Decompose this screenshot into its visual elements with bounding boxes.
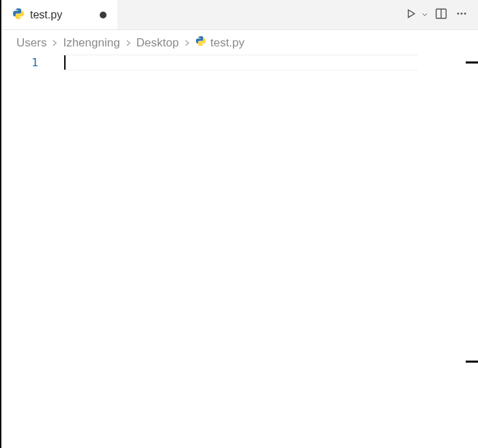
tab-bar: test.py [1, 0, 478, 30]
play-icon [406, 8, 417, 21]
editor-toolbar [403, 5, 478, 25]
chevron-right-icon [183, 39, 191, 47]
line-gutter: 1 [1, 53, 61, 448]
breadcrumb-filename: test.py [210, 36, 244, 50]
chevron-right-icon [124, 39, 132, 47]
breadcrumb-segment[interactable]: Desktop [137, 36, 179, 50]
run-button[interactable] [403, 5, 419, 25]
run-dropdown-button[interactable] [419, 5, 430, 25]
breadcrumb-file[interactable]: test.py [195, 36, 244, 50]
svg-point-2 [457, 13, 459, 15]
unsaved-indicator-icon [100, 12, 107, 18]
python-file-icon [195, 36, 206, 50]
minimap[interactable] [466, 52, 478, 434]
svg-point-3 [461, 13, 463, 15]
chevron-right-icon [51, 39, 59, 47]
breadcrumb-segment[interactable]: Izhengning [63, 36, 120, 50]
split-editor-icon [435, 8, 447, 22]
text-cursor [64, 55, 66, 70]
split-editor-button[interactable] [432, 5, 451, 25]
ellipsis-icon [455, 8, 468, 22]
minimap-mark [466, 61, 478, 64]
breadcrumb-segment[interactable]: Users [16, 36, 46, 50]
chevron-down-icon [421, 10, 428, 20]
tab-filename: test.py [30, 9, 62, 21]
minimap-mark [466, 361, 478, 363]
line-number: 1 [1, 55, 61, 70]
python-file-icon [12, 8, 25, 23]
editor-tab[interactable]: test.py [1, 0, 117, 29]
more-actions-button[interactable] [452, 5, 471, 25]
code-content[interactable] [61, 53, 478, 448]
breadcrumb: Users Izhengning Desktop test.py [1, 30, 478, 53]
editor-area[interactable]: 1 [1, 53, 478, 448]
svg-point-4 [464, 13, 466, 15]
current-line-highlight [61, 55, 418, 70]
